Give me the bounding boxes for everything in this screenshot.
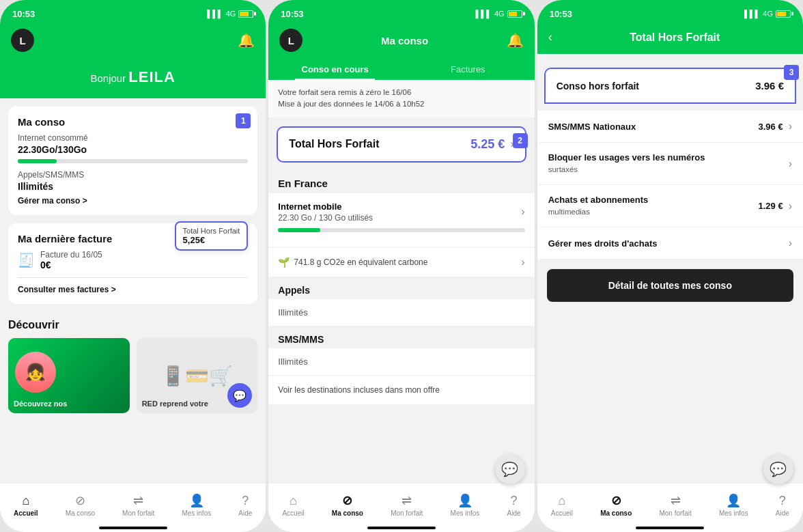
- appels-value-row: Illimités: [268, 299, 534, 326]
- conso-icon-3: ⊘: [611, 493, 621, 508]
- s2-header-title: Ma conso: [381, 35, 428, 46]
- discover-cards: 👧 Découvrez nos 📱💳🛒 RED reprend votre 💬: [8, 338, 257, 413]
- nav-aide-3[interactable]: ? Aide: [776, 494, 789, 517]
- nav-aide-1[interactable]: ? Aide: [238, 494, 252, 517]
- nav-conso-1[interactable]: ⊘ Ma conso: [66, 493, 95, 517]
- status-bar-1: 10:53 ▌▌▌ 4G: [0, 0, 266, 25]
- s3-header: ‹ Total Hors Forfait: [537, 25, 803, 54]
- hors-forfait-container: Total Hors Forfait 5.25 € › 2: [268, 126, 534, 163]
- phone-body-2: Votre forfait sera remis à zéro le 16/06…: [268, 80, 534, 483]
- ma-conso-card: Ma conso Internet consommé 22.30Go/130Go…: [8, 107, 257, 215]
- avatar-2[interactable]: L: [279, 29, 302, 52]
- time-2: 10:53: [281, 9, 303, 19]
- nav-forfait-3[interactable]: ⇌ Mon forfait: [659, 493, 691, 517]
- status-icons-2: ▌▌▌ 4G: [476, 10, 522, 18]
- status-bar-3: 10:53 ▌▌▌ 4G: [537, 0, 803, 25]
- bell-icon-1[interactable]: 🔔: [238, 32, 255, 48]
- chat-fab-1[interactable]: 💬: [227, 383, 252, 408]
- discover-card-1[interactable]: 👧 Découvrez nos: [8, 338, 130, 413]
- s3-achats-right: 1.29 € ›: [759, 200, 792, 212]
- status-icons-3: ▌▌▌ 4G: [744, 10, 791, 18]
- step-badge-1: 1: [236, 113, 251, 128]
- discover-card-1-text: Découvrez nos: [14, 400, 67, 408]
- s3-item-sms[interactable]: SMS/MMS Nationaux 3.96 € ›: [537, 111, 803, 143]
- s3-item-sms-info: SMS/MMS Nationaux: [548, 122, 636, 132]
- s3-achats-sub: multimedias: [548, 206, 649, 217]
- s3-achats-label: Achats et abonnements: [548, 195, 649, 205]
- nav-forfait-2[interactable]: ⇌ Mon forfait: [391, 493, 423, 517]
- tooltip-label: Total Hors Forfait: [183, 227, 240, 235]
- nav-forfait-1[interactable]: ⇌ Mon forfait: [122, 493, 154, 517]
- nav-infos-2[interactable]: 👤 Mes infos: [451, 493, 480, 517]
- info-line1: Votre forfait sera remis à zéro le 16/06: [278, 87, 524, 98]
- destinations-row[interactable]: Voir les destinations incluses dans mon …: [268, 376, 534, 405]
- time-3: 10:53: [550, 9, 572, 19]
- s3-achats-price: 1.29 €: [759, 201, 783, 211]
- discover-card-2[interactable]: 📱💳🛒 RED reprend votre 💬: [137, 338, 258, 413]
- nav-label-aide-3: Aide: [776, 509, 789, 517]
- conso-hors-box: Conso hors forfait 3.96 €: [544, 68, 796, 104]
- nav-aide-2[interactable]: ? Aide: [507, 494, 521, 517]
- hors-forfait-right: 5.25 € ›: [470, 137, 513, 152]
- nav-bar-3: ⌂ Accueil ⊘ Ma conso ⇌ Mon forfait 👤 Mes…: [537, 483, 803, 524]
- consulter-link[interactable]: Consulter mes factures >: [18, 285, 248, 294]
- nav-label-conso-1: Ma conso: [66, 509, 95, 517]
- info-line2: Mise à jour des données le 14/06 à 10h52: [278, 98, 524, 110]
- battery-icon: [238, 10, 253, 18]
- hors-forfait-label: Total Hors Forfait: [289, 138, 379, 150]
- tab-factures[interactable]: Factures: [402, 59, 535, 80]
- sms-value: Illimités: [278, 356, 307, 367]
- home-indicator-3: [636, 527, 704, 529]
- nav-accueil-3[interactable]: ⌂ Accueil: [551, 494, 573, 517]
- time-1: 10:53: [12, 9, 35, 19]
- network-label-2: 4G: [494, 10, 505, 18]
- aide-icon-1: ?: [242, 494, 249, 508]
- hors-forfait-box[interactable]: Total Hors Forfait 5.25 € ›: [277, 126, 526, 163]
- nav-accueil-2[interactable]: ⌂ Accueil: [282, 494, 304, 517]
- conso-icon-2: ⊘: [342, 493, 352, 508]
- nav-infos-3[interactable]: 👤 Mes infos: [719, 493, 748, 517]
- en-france-title: En France: [278, 178, 328, 189]
- nav-label-accueil-3: Accueil: [551, 509, 573, 517]
- sms-label: SMS/MMS: [278, 334, 324, 345]
- nav-conso-3[interactable]: ⊘ Ma conso: [600, 493, 632, 517]
- s3-item-achats[interactable]: Achats et abonnements multimedias 1.29 €…: [537, 185, 803, 227]
- nav-conso-2[interactable]: ⊘ Ma conso: [332, 493, 363, 517]
- detail-btn[interactable]: Détail de toutes mes conso: [547, 269, 793, 302]
- sms-value-row: Illimités: [268, 348, 534, 376]
- status-bar-2: 10:53 ▌▌▌ 4G: [268, 0, 534, 25]
- s3-bloquer-sub: surtaxés: [548, 164, 705, 175]
- nav-infos-1[interactable]: 👤 Mes infos: [182, 493, 211, 517]
- facture-value: 0€: [40, 260, 102, 270]
- hors-forfait-price: 5.25 €: [470, 137, 505, 152]
- internet-row[interactable]: Internet mobile 22.30 Go / 130 Go utilis…: [278, 201, 524, 223]
- progress-bar-2: [278, 228, 524, 232]
- gerer-link[interactable]: Gérer ma conso >: [18, 196, 248, 206]
- internet-sub: 22.30 Go / 130 Go utilisés: [278, 213, 373, 223]
- s3-item-bloquer[interactable]: Bloquer les usages vers les numéros surt…: [537, 143, 803, 185]
- sms-section-header: SMS/MMS: [268, 326, 534, 348]
- discover-card-2-text: RED reprend votre: [142, 400, 208, 408]
- avatar-1[interactable]: L: [11, 29, 34, 52]
- internet-value: 22.30Go/130Go: [18, 144, 248, 155]
- screen2: 10:53 ▌▌▌ 4G L Ma conso 🔔 Conso en cours…: [268, 0, 534, 532]
- tab-factures-label: Factures: [451, 64, 485, 74]
- nav-label-infos-1: Mes infos: [182, 509, 211, 517]
- tab-conso-en-cours[interactable]: Conso en cours: [268, 59, 402, 80]
- nav-accueil-1[interactable]: ⌂ Accueil: [14, 494, 38, 517]
- s3-item-gerer[interactable]: Gérer mes droits d'achats ›: [537, 227, 803, 260]
- s3-title: Total Hors Forfait: [558, 31, 792, 44]
- progress-fill-2: [278, 228, 320, 232]
- nav-label-infos-3: Mes infos: [719, 509, 748, 517]
- bell-icon-2[interactable]: 🔔: [507, 32, 524, 48]
- invoice-icon: 🧾: [18, 252, 35, 268]
- co2-row[interactable]: 🌱 741.8 g CO2e en équivalent carbone ›: [268, 248, 534, 277]
- back-button[interactable]: ‹: [548, 30, 552, 44]
- nav-label-forfait-2: Mon forfait: [391, 509, 423, 517]
- chat-fab-3[interactable]: 💬: [763, 454, 793, 484]
- s3-gerer-label: Gérer mes droits d'achats: [548, 238, 658, 249]
- chat-fab-2[interactable]: 💬: [495, 454, 525, 484]
- internet-chevron: ›: [521, 206, 524, 218]
- nav-label-aide-1: Aide: [238, 509, 252, 517]
- tooltip-1: Total Hors Forfait 5,25€: [175, 221, 249, 251]
